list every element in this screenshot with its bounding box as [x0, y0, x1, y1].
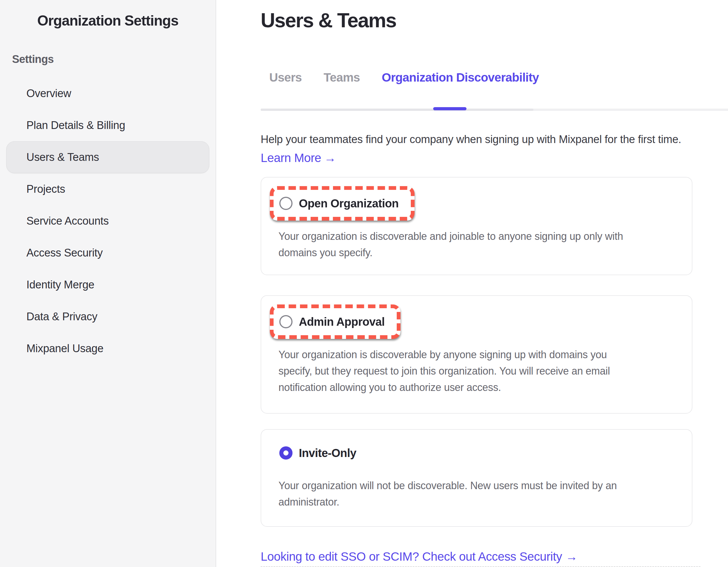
tab-bar: Users Teams Organization Discoverability — [261, 70, 700, 111]
annotation-highlight-open-organization: Open Organization — [270, 186, 415, 220]
sidebar-item-access-security[interactable]: Access Security — [6, 237, 209, 269]
page-title: Users & Teams — [261, 8, 700, 33]
sidebar-item-plan-details-billing[interactable]: Plan Details & Billing — [6, 109, 209, 141]
arrow-right-icon: → — [566, 549, 578, 564]
option-label-invite-only[interactable]: Invite-Only — [299, 446, 356, 460]
sidebar-item-users-teams[interactable]: Users & Teams — [6, 141, 209, 173]
access-security-link[interactable]: Looking to edit SSO or SCIM? Check out A… — [261, 549, 578, 564]
sidebar-section-settings: Settings — [12, 52, 216, 67]
sidebar-item-service-accounts[interactable]: Service Accounts — [6, 205, 209, 237]
sidebar-item-overview[interactable]: Overview — [6, 78, 209, 109]
radio-admin-approval[interactable] — [279, 315, 293, 328]
main-content: Users & Teams Users Teams Organization D… — [216, 0, 728, 567]
tab-teams[interactable]: Teams — [324, 70, 360, 85]
sidebar-nav: Overview Plan Details & Billing Users & … — [0, 78, 216, 365]
tab-organization-discoverability[interactable]: Organization Discoverability — [382, 70, 539, 85]
option-description-admin-approval: Your organization is discoverable by any… — [278, 347, 692, 396]
radio-invite-only[interactable] — [279, 446, 293, 460]
annotation-highlight-admin-approval: Admin Approval — [270, 305, 400, 339]
radio-open-organization[interactable] — [279, 197, 293, 210]
arrow-right-icon: → — [324, 150, 336, 165]
sidebar-item-identity-merge[interactable]: Identity Merge — [6, 269, 209, 301]
option-card-open-organization: Open Organization Your organization is d… — [261, 177, 692, 275]
option-label-open-organization[interactable]: Open Organization — [299, 196, 399, 210]
option-card-admin-approval: Admin Approval Your organization is disc… — [261, 295, 692, 414]
sidebar: Organization Settings Settings Overview … — [0, 0, 216, 567]
intro-text: Help your teammates find your company wh… — [261, 132, 700, 146]
tab-users[interactable]: Users — [269, 70, 302, 85]
option-label-admin-approval[interactable]: Admin Approval — [299, 315, 385, 329]
sidebar-item-projects[interactable]: Projects — [6, 173, 209, 205]
active-tab-indicator — [433, 107, 466, 110]
learn-more-link[interactable]: Learn More → — [261, 150, 336, 165]
tab-bar-divider-dark — [261, 109, 533, 111]
sidebar-title: Organization Settings — [0, 9, 216, 33]
option-description-invite-only: Your organization will not be discoverab… — [278, 477, 692, 510]
sidebar-item-mixpanel-usage[interactable]: Mixpanel Usage — [6, 333, 209, 365]
invite-only-radio-row[interactable]: Invite-Only — [279, 446, 356, 460]
option-card-invite-only: Invite-Only Your organization will not b… — [261, 429, 692, 527]
organization-settings-screen: Organization Settings Settings Overview … — [0, 0, 728, 567]
access-security-link-label: Looking to edit SSO or SCIM? Check out A… — [261, 549, 562, 564]
option-description-open-organization: Your organization is discoverable and jo… — [278, 228, 692, 261]
learn-more-label: Learn More — [261, 150, 321, 165]
sidebar-item-data-privacy[interactable]: Data & Privacy — [6, 301, 209, 333]
